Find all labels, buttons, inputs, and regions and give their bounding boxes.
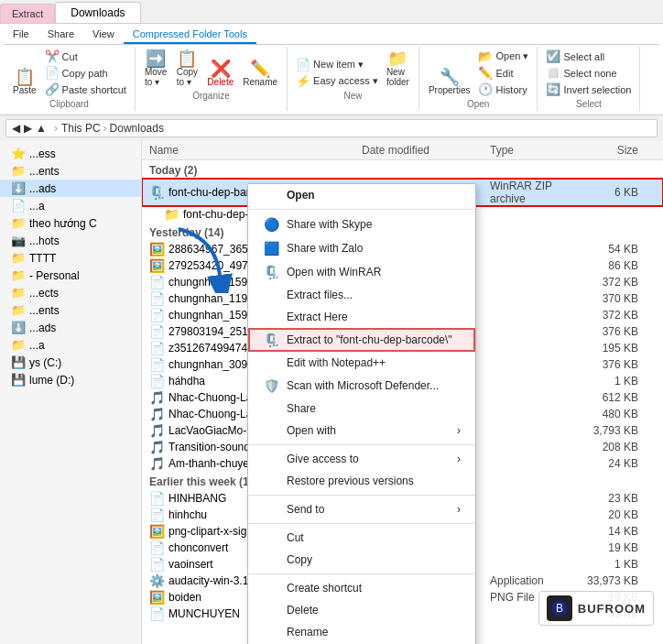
tab-extract[interactable]: Extract [0, 4, 55, 23]
copy-to-button[interactable]: 📋 Copyto ▾ [172, 49, 201, 89]
copy-to-icon: 📋 [177, 50, 197, 67]
rename-button[interactable]: ✏️ Rename [239, 59, 281, 89]
ctx-share[interactable]: Share [248, 398, 475, 420]
ctx-delete[interactable]: Delete [248, 599, 475, 621]
ctx-create-shortcut[interactable]: Create shortcut [248, 577, 475, 599]
new-col: 📄 New item ▾ ⚡ Easy access ▾ [293, 57, 381, 89]
sidebar-item-5[interactable]: 📷...hots [0, 232, 141, 249]
skype-icon: 🔵 [263, 217, 279, 232]
ctx-share-zalo[interactable]: 🟦Share with Zalo [248, 236, 475, 260]
paste-icon: 📋 [15, 69, 35, 85]
doc-icon5: 📄 [149, 341, 165, 355]
ribbon-group-new: 📄 New item ▾ ⚡ Easy access ▾ 📁 Newfolder… [288, 47, 419, 111]
doc-icon10: 📄 [149, 540, 165, 555]
clipboard-label: Clipboard [49, 99, 89, 109]
ribbon-tabs: File Share View Compressed Folder Tools [4, 26, 659, 45]
paste-button[interactable]: 📋 Paste [9, 67, 40, 97]
ctx-scan-defender[interactable]: 🛡️Scan with Microsoft Defender... [248, 374, 475, 398]
bufroom-badge: B BUFROOM [538, 591, 654, 626]
new-item-icon: 📄 [296, 58, 310, 71]
ctx-rename[interactable]: Rename [248, 621, 475, 643]
copy-path-button[interactable]: 📄 Copy path [42, 65, 129, 81]
sidebar-item-10[interactable]: ⬇️...ads [0, 319, 141, 336]
ctx-open[interactable]: Open [248, 184, 475, 206]
open-button[interactable]: 📂 Open ▾ [475, 49, 531, 64]
ribbon-group-open: 🔧 Properties 📂 Open ▾ ✏️ Edit 🕐 History [419, 47, 538, 111]
ctx-extract-files[interactable]: Extract files... [248, 284, 475, 306]
sidebar-item-13[interactable]: 💾lume (D:) [0, 371, 141, 388]
ribbon-tab-compressed[interactable]: Compressed Folder Tools [124, 26, 256, 44]
new-label: New [343, 91, 362, 101]
ribbon-content: 📋 Paste ✂️ Cut 📄 Copy path 🔗 Paste short… [4, 47, 659, 111]
doc-icon8: 📄 [149, 491, 165, 506]
sidebar-item-11[interactable]: 📁...a [0, 336, 141, 354]
sidebar-item-4[interactable]: 📁theo hướng C [0, 214, 141, 232]
sidebar-item-6[interactable]: 📁TTTT [0, 249, 141, 267]
properties-button[interactable]: 🔧 Properties [425, 67, 474, 97]
history-button[interactable]: 🕐 History [475, 82, 531, 97]
move-to-button[interactable]: ➡️ Moveto ▾ [141, 49, 170, 89]
ctx-copy[interactable]: Copy [248, 549, 475, 571]
ctx-cut[interactable]: Cut [248, 527, 475, 549]
delete-button[interactable]: ❌ Delete [203, 59, 237, 89]
invert-selection-button[interactable]: 🔄 Invert selection [543, 82, 634, 97]
nav-up-icon[interactable]: ▲ [36, 122, 47, 135]
doc-icon2: 📄 [149, 291, 165, 306]
ctx-open-winrar[interactable]: 🗜️Open with WinRAR [248, 260, 475, 284]
extract-to-icon: 🗜️ [263, 333, 279, 347]
sidebar-item-8[interactable]: 📁...ects [0, 284, 141, 301]
ctx-give-access[interactable]: Give access to › [248, 448, 475, 470]
defender-icon: 🛡️ [263, 378, 279, 393]
delete-icon: ❌ [211, 60, 231, 77]
ribbon-clipboard-buttons: 📋 Paste ✂️ Cut 📄 Copy path 🔗 Paste short… [9, 49, 129, 97]
select-buttons: ☑️ Select all ◻️ Select none 🔄 Invert se… [543, 49, 634, 97]
col-header-size[interactable]: Size [581, 144, 646, 157]
ctx-share-skype[interactable]: 🔵Share with Skype [248, 213, 475, 236]
ctx-restore[interactable]: Restore previous versions [248, 470, 475, 492]
paste-shortcut-button[interactable]: 🔗 Paste shortcut [42, 82, 129, 97]
easy-access-button[interactable]: ⚡ Easy access ▾ [293, 73, 381, 89]
doc-icon6: 📄 [149, 357, 165, 372]
address-downloads[interactable]: Downloads [110, 122, 164, 135]
select-none-button[interactable]: ◻️ Select none [543, 65, 634, 81]
ribbon-tab-view[interactable]: View [83, 26, 124, 44]
col-header-date[interactable]: Date modified [362, 144, 490, 157]
new-item-button[interactable]: 📄 New item ▾ [293, 57, 381, 72]
sidebar-item-3[interactable]: 📄...a [0, 197, 141, 214]
rename-icon: ✏️ [250, 60, 270, 77]
address-bar: ◀ ▶ ▲ › This PC › Downloads [5, 119, 658, 137]
col-header-name[interactable]: Name [142, 144, 362, 157]
sidebar-item-9[interactable]: 📁...ents [0, 301, 141, 319]
zip-icon: 🗜️ [149, 185, 165, 200]
sidebar-item-2[interactable]: ⬇️...ads [0, 180, 141, 197]
sidebar-item-12[interactable]: 💾ys (C:) [0, 354, 141, 371]
address-sep: › [54, 122, 58, 135]
bufroom-text: BUFROOM [578, 602, 646, 616]
nav-back-icon[interactable]: ◀ [12, 122, 20, 135]
ctx-extract-to[interactable]: 🗜️Extract to "font-chu-dep-barcode\" [248, 328, 475, 352]
ribbon-tab-share[interactable]: Share [38, 26, 83, 44]
address-this-pc[interactable]: This PC [61, 122, 101, 135]
ctx-send-to[interactable]: Send to › [248, 498, 475, 520]
select-all-button[interactable]: ☑️ Select all [543, 49, 634, 64]
organize-label: Organize [192, 91, 230, 101]
ribbon-tab-file[interactable]: File [4, 26, 38, 44]
cut-icon: ✂️ [45, 49, 60, 63]
tab-downloads[interactable]: Downloads [55, 2, 140, 23]
cut-button[interactable]: ✂️ Cut [42, 49, 129, 64]
sidebar-item-0[interactable]: ⭐...ess [0, 145, 141, 162]
sidebar-item-1[interactable]: 📁...ents [0, 162, 141, 180]
open-icon: 📂 [478, 49, 493, 63]
sidebar-item-7[interactable]: 📁- Personal [0, 267, 141, 284]
ctx-extract-here[interactable]: Extract Here [248, 306, 475, 328]
ctx-sep3 [248, 495, 475, 496]
img-icon3: 🖼️ [149, 524, 165, 539]
col-header-type[interactable]: Type [490, 144, 581, 157]
edit-button[interactable]: ✏️ Edit [475, 65, 531, 81]
folder-icon: 📁 [164, 207, 179, 222]
ctx-open-with[interactable]: Open with › [248, 420, 475, 442]
new-folder-button[interactable]: 📁 Newfolder [383, 49, 413, 89]
ctx-edit-notepad[interactable]: Edit with Notepad++ [248, 352, 475, 374]
easy-access-icon: ⚡ [296, 74, 310, 88]
nav-forward-icon[interactable]: ▶ [24, 122, 32, 135]
